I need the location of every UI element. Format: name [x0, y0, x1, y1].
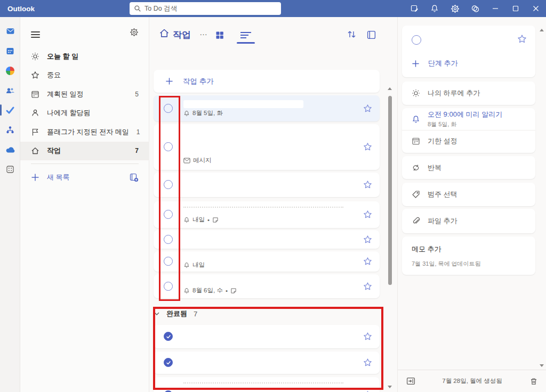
trash-icon[interactable]: [529, 377, 538, 386]
app-rail: [0, 17, 20, 392]
rail-apps-icon[interactable]: [0, 159, 20, 179]
panel-scroll-down-arrow[interactable]: [540, 364, 544, 367]
category-row[interactable]: 범주 선택: [402, 183, 535, 206]
scrollbar-thumb[interactable]: [388, 96, 392, 285]
plus-icon: [165, 77, 173, 85]
list-options-button[interactable]: …: [199, 28, 208, 37]
completed-task-row[interactable]: [154, 352, 380, 374]
sidebar-item-important[interactable]: 중요: [20, 66, 149, 85]
grid-view-icon[interactable]: [215, 31, 224, 39]
task-checkbox[interactable]: [164, 235, 173, 244]
rail-todo-icon[interactable]: [0, 100, 20, 120]
star-icon[interactable]: [517, 34, 527, 44]
star-icon: [31, 71, 39, 79]
task-checkbox[interactable]: [164, 142, 173, 151]
note-card[interactable]: 메모 추가 7월 31일, 목에 업데이트됨: [402, 236, 535, 275]
search-box[interactable]: [130, 2, 281, 15]
star-icon[interactable]: [363, 210, 372, 219]
scroll-down-arrow[interactable]: [388, 386, 392, 388]
repeat-row[interactable]: 반복: [402, 156, 535, 179]
star-icon[interactable]: [363, 257, 372, 266]
copilot-icon[interactable]: [465, 0, 485, 17]
task-row[interactable]: 메시지: [154, 124, 380, 170]
new-list-label: 새 목록: [47, 173, 122, 182]
maximize-icon[interactable]: [505, 0, 526, 17]
detail-pane-toggle-icon[interactable]: [367, 30, 376, 39]
task-row[interactable]: [154, 230, 380, 249]
sort-icon[interactable]: [347, 29, 357, 39]
task-checkbox-checked[interactable]: [164, 358, 173, 367]
star-icon[interactable]: [363, 180, 372, 189]
detail-task-checkbox[interactable]: [412, 35, 421, 45]
reminder-row[interactable]: 오전 9:00에 미리 알리기 8월 5일, 화: [402, 108, 535, 130]
star-icon[interactable]: [363, 235, 372, 244]
completed-task-row[interactable]: [154, 377, 380, 392]
tag-icon: [412, 190, 420, 199]
task-detail-panel: 단계 추가 나의 하루에 추가 오전 9:00에 미리 알리기 8월 5일, 화…: [397, 17, 546, 392]
add-note-label[interactable]: 메모 추가: [412, 244, 441, 254]
bell-icon[interactable]: [424, 0, 445, 17]
rail-mail-icon[interactable]: [0, 21, 20, 41]
sidebar-gear-icon[interactable]: [130, 28, 139, 37]
star-icon[interactable]: [363, 358, 372, 367]
list-view-icon[interactable]: [240, 31, 252, 39]
task-row[interactable]: 8월 6일, 수 •: [154, 274, 380, 298]
rail-orgchart-icon[interactable]: [0, 120, 20, 140]
star-icon[interactable]: [363, 282, 372, 291]
star-icon[interactable]: [363, 332, 372, 341]
add-file-row[interactable]: 파일 추가: [402, 209, 535, 233]
close-icon[interactable]: [526, 0, 546, 17]
task-checkbox[interactable]: [164, 282, 173, 291]
task-meta-text: 메시지: [193, 157, 212, 165]
sidebar-item-tasks[interactable]: 작업 7: [20, 142, 149, 161]
note-icon: [230, 288, 237, 294]
plus-icon: [31, 173, 39, 182]
new-group-icon[interactable]: [129, 173, 139, 182]
hamburger-menu-icon[interactable]: [31, 30, 40, 39]
notes-icon[interactable]: [404, 0, 424, 17]
completed-section-header[interactable]: 완료됨 7: [154, 309, 197, 318]
task-title-redacted: [183, 207, 343, 208]
app-logo[interactable]: Outlook: [7, 5, 35, 13]
sidebar-item-label: 중요: [47, 70, 139, 80]
new-list-button[interactable]: 새 목록: [20, 167, 149, 187]
task-row[interactable]: 8월 5일, 화: [154, 95, 380, 121]
panel-scroll-up-arrow[interactable]: [540, 29, 544, 31]
due-date-row[interactable]: 기한 설정: [402, 130, 535, 152]
scroll-up-arrow[interactable]: [388, 87, 392, 90]
reminder-bell-icon: [183, 110, 190, 117]
task-row[interactable]: 내일 •: [154, 201, 380, 228]
task-list-scrollbar[interactable]: [386, 87, 394, 392]
sidebar-item-my-day[interactable]: 오늘 할 일: [20, 47, 149, 66]
task-checkbox[interactable]: [164, 180, 173, 189]
task-checkbox-checked[interactable]: [164, 332, 173, 341]
rail-calendar-icon[interactable]: [0, 41, 20, 61]
sidebar-item-flagged-email[interactable]: 플래그가 지정된 전자 메일 1: [20, 123, 149, 142]
star-icon[interactable]: [363, 104, 372, 113]
search-input[interactable]: [144, 5, 277, 12]
task-row[interactable]: 내일: [154, 251, 380, 272]
task-checkbox[interactable]: [164, 257, 173, 266]
due-calendar-icon: [412, 137, 420, 145]
add-task-button[interactable]: 작업 추가: [154, 70, 380, 93]
task-checkbox[interactable]: [164, 104, 173, 113]
rail-people-icon[interactable]: [0, 80, 20, 100]
detail-task-card: 단계 추가: [402, 26, 535, 77]
task-row[interactable]: [154, 173, 380, 197]
sidebar-item-label: 나에게 할당됨: [47, 108, 139, 118]
rail-copilot-icon[interactable]: [0, 61, 20, 80]
rail-onedrive-icon[interactable]: [0, 140, 20, 159]
home-icon: [31, 146, 39, 155]
hide-detail-pane-icon[interactable]: [406, 377, 415, 386]
star-icon[interactable]: [363, 142, 372, 151]
minimize-icon[interactable]: [485, 0, 505, 17]
mail-meta-icon: [183, 158, 190, 164]
task-checkbox[interactable]: [164, 210, 173, 219]
sidebar-item-assigned-to-me[interactable]: 나에게 할당됨: [20, 104, 149, 123]
add-to-my-day-button[interactable]: 나의 하루에 추가: [402, 81, 535, 105]
add-step-button[interactable]: 단계 추가: [402, 53, 535, 74]
gear-icon[interactable]: [445, 0, 465, 17]
chevron-down-icon: [154, 311, 160, 317]
sidebar-item-planned[interactable]: 계획된 일정 5: [20, 85, 149, 104]
completed-task-row[interactable]: [154, 325, 380, 348]
